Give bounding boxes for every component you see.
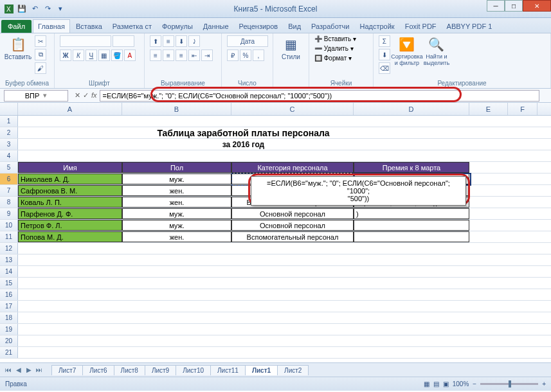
cell[interactable] [508, 278, 537, 289]
cell[interactable]: Петров Ф. Л. [18, 220, 122, 231]
view-break-icon[interactable]: ▣ [443, 380, 449, 388]
sort-filter-button[interactable]: 🔽Сортировка и фильтр [394, 35, 420, 66]
cell[interactable] [469, 289, 508, 300]
cell[interactable] [18, 278, 122, 289]
sheet-tab[interactable]: Лист8 [114, 365, 145, 375]
cell[interactable] [18, 254, 122, 265]
cell[interactable] [354, 301, 469, 312]
sheet-tab[interactable]: Лист2 [277, 365, 309, 375]
align-left-icon[interactable]: ≡ [150, 49, 161, 61]
cell[interactable]: Парфенов Д. Ф. [18, 208, 122, 219]
cells-format[interactable]: 🔲 Формат ▾ [314, 55, 356, 62]
font-family[interactable] [60, 35, 111, 47]
row-header[interactable]: 4 [0, 150, 18, 161]
cell[interactable] [122, 324, 231, 335]
cell[interactable] [469, 208, 508, 219]
cell[interactable] [122, 289, 231, 300]
cell[interactable]: Коваль Л. П. [18, 197, 122, 208]
cell[interactable] [18, 150, 122, 161]
col-header[interactable]: D [354, 103, 469, 115]
cell[interactable] [508, 266, 537, 277]
cell[interactable] [122, 243, 231, 254]
cell[interactable] [469, 347, 508, 358]
cell[interactable] [354, 254, 469, 265]
cell[interactable] [508, 301, 537, 312]
cell[interactable] [508, 139, 537, 150]
align-mid-icon[interactable]: ≡ [163, 35, 174, 47]
select-all-corner[interactable] [0, 103, 18, 115]
orientation-icon[interactable]: ⤸ [188, 35, 200, 47]
table-header[interactable]: Пол [122, 162, 231, 173]
cell[interactable] [231, 243, 354, 254]
cell[interactable] [231, 335, 354, 346]
row-header[interactable]: 3 [0, 139, 18, 150]
col-header[interactable]: C [231, 103, 354, 115]
cell[interactable] [508, 208, 537, 219]
ribbon-tab[interactable]: Foxit PDF [401, 20, 441, 33]
cell[interactable]: жен. [122, 231, 231, 242]
align-center-icon[interactable]: ≡ [163, 49, 174, 61]
cell[interactable] [469, 301, 508, 312]
cell[interactable] [354, 278, 469, 289]
cell[interactable] [354, 335, 469, 346]
col-header[interactable]: F [508, 103, 537, 115]
cell[interactable] [18, 266, 122, 277]
styles-button[interactable]: ▦Стили [278, 35, 303, 60]
row-header[interactable]: 6 [0, 174, 18, 184]
row-header[interactable]: 16 [0, 289, 18, 300]
cell[interactable] [469, 174, 508, 184]
cell[interactable] [122, 335, 231, 346]
cell[interactable] [122, 150, 231, 161]
cell[interactable]: муж. [122, 220, 231, 231]
cell[interactable] [122, 116, 231, 127]
ribbon-tab[interactable]: Рецензиров [235, 20, 283, 33]
row-header[interactable]: 8 [0, 197, 18, 208]
cells-delete[interactable]: ➖ Удалить ▾ [314, 45, 356, 52]
align-right-icon[interactable]: ≡ [176, 49, 187, 61]
cell[interactable] [469, 220, 508, 231]
row-header[interactable]: 11 [0, 231, 18, 242]
cell[interactable]: жен. [122, 185, 231, 196]
cell[interactable] [354, 243, 469, 254]
cell[interactable] [122, 266, 231, 277]
row-header[interactable]: 18 [0, 312, 18, 323]
cell[interactable] [469, 278, 508, 289]
sheet-tab[interactable]: Лист7 [51, 365, 83, 375]
qat-dropdown-icon[interactable]: ▾ [55, 4, 66, 14]
spreadsheet-grid[interactable]: A B C D E F 12345ИмяПолКатегория персона… [0, 103, 551, 362]
row-header[interactable]: 1 [0, 116, 18, 127]
cell[interactable] [469, 150, 508, 161]
cell[interactable] [122, 301, 231, 312]
row-header[interactable]: 15 [0, 278, 18, 289]
row-header[interactable]: 19 [0, 324, 18, 335]
cell[interactable] [18, 289, 122, 300]
cell[interactable] [469, 116, 508, 127]
font-color-icon[interactable]: A [124, 49, 136, 61]
ribbon-tab[interactable]: ABBYY PDF 1 [442, 20, 497, 33]
cell[interactable] [508, 220, 537, 231]
ribbon-tab[interactable]: Надстройк [355, 20, 399, 33]
cell[interactable] [469, 185, 508, 196]
cell[interactable] [354, 324, 469, 335]
cell[interactable] [508, 116, 537, 127]
cell[interactable] [354, 231, 469, 242]
cell[interactable] [469, 139, 508, 150]
table-header[interactable]: Премия к 8 марта [354, 162, 469, 173]
cell[interactable] [469, 324, 508, 335]
row-header[interactable]: 5 [0, 162, 18, 173]
ribbon-tab[interactable]: Формулы [158, 20, 197, 33]
indent-inc-icon[interactable]: ⇥ [201, 49, 213, 61]
cell[interactable] [469, 266, 508, 277]
cell[interactable] [508, 312, 537, 323]
sheet-tab[interactable]: Лист10 [176, 365, 211, 375]
name-box[interactable]: ВПР ▾ [4, 90, 68, 102]
ribbon-tab[interactable]: Вид [284, 20, 305, 33]
row-header[interactable]: 17 [0, 301, 18, 312]
cell[interactable] [469, 243, 508, 254]
cell[interactable] [231, 324, 354, 335]
close-button[interactable]: ✕ [523, 0, 551, 12]
cell[interactable] [354, 220, 469, 231]
cell[interactable] [231, 312, 354, 323]
cell[interactable] [18, 243, 122, 254]
zoom-slider[interactable] [480, 383, 538, 385]
